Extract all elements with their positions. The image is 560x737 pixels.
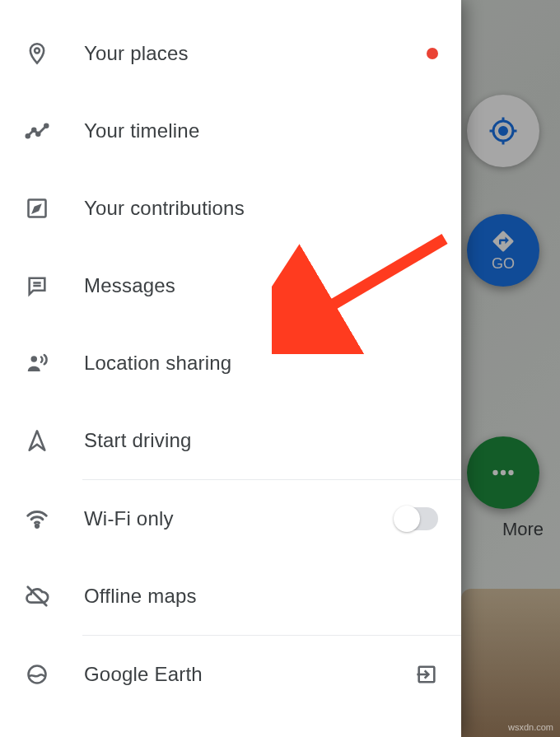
notification-dot (427, 48, 438, 59)
toggle-knob (394, 506, 420, 532)
svg-point-17 (31, 356, 38, 362)
menu-your-contributions[interactable]: Your contributions (0, 170, 461, 247)
menu-wifi-only[interactable]: Wi-Fi only (0, 480, 461, 557)
navigation-arrow-icon (23, 427, 51, 455)
svg-point-12 (36, 133, 40, 136)
message-icon (23, 272, 51, 300)
menu-location-sharing[interactable]: Location sharing (0, 324, 461, 402)
svg-point-18 (35, 525, 38, 527)
wifi-icon (23, 505, 51, 533)
svg-point-13 (44, 124, 48, 128)
svg-point-9 (35, 49, 40, 54)
pin-icon (23, 40, 51, 68)
cloud-off-icon (23, 582, 51, 610)
menu-label: Messages (84, 274, 175, 297)
svg-point-11 (32, 128, 35, 132)
menu-offline-maps[interactable]: Offline maps (0, 557, 461, 635)
menu-your-places[interactable]: Your places (0, 15, 461, 92)
menu-label: Your places (84, 42, 189, 65)
menu-label: Location sharing (84, 352, 231, 375)
menu-label: Google Earth (84, 663, 203, 686)
menu-label: Wi-Fi only (84, 507, 174, 530)
svg-point-10 (26, 134, 30, 138)
menu-label: Your contributions (84, 197, 245, 220)
navigation-drawer: Your places Your timeline Your contribut… (0, 0, 461, 737)
menu-label: Offline maps (84, 585, 197, 608)
timeline-icon (23, 117, 51, 145)
menu-your-timeline[interactable]: Your timeline (0, 92, 461, 170)
google-earth-icon (23, 660, 51, 688)
wifi-only-toggle[interactable] (395, 507, 438, 530)
edit-square-icon (23, 194, 51, 222)
location-sharing-icon (23, 349, 51, 377)
menu-google-earth[interactable]: Google Earth (0, 636, 461, 713)
menu-label: Your timeline (84, 119, 199, 142)
open-external-icon (415, 663, 438, 686)
menu-start-driving[interactable]: Start driving (0, 402, 461, 479)
menu-label: Start driving (84, 429, 192, 452)
watermark: wsxdn.com (508, 722, 553, 732)
menu-messages[interactable]: Messages (0, 247, 461, 324)
